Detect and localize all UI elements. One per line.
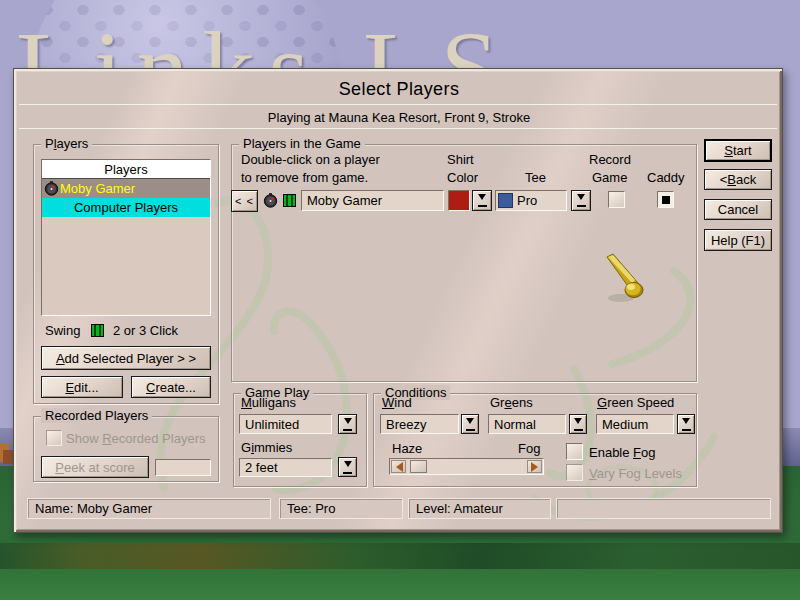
enable-fog-label: Enable Fog xyxy=(589,445,656,460)
green-speed-label: Green Speed xyxy=(597,395,674,410)
status-tee: Tee: Pro xyxy=(279,498,403,519)
swing-label: Swing xyxy=(45,323,80,338)
swing-type-icon xyxy=(91,324,104,337)
show-recorded-players-checkbox[interactable] xyxy=(46,430,62,446)
fog-label: Fog xyxy=(518,441,540,456)
gimmies-label: Gimmies xyxy=(241,440,292,455)
players-list-header: Players xyxy=(42,160,210,179)
col-caddy-header: Caddy xyxy=(647,170,685,185)
green-speed-dropdown-button[interactable] xyxy=(677,414,695,434)
col-shirt-header: Shirt xyxy=(447,152,474,167)
dialog-title: Select Players xyxy=(14,79,784,100)
add-selected-player-button[interactable]: Add Selected Player > > xyxy=(41,346,211,370)
stopwatch-icon xyxy=(44,181,60,196)
gimmies-dropdown-button[interactable] xyxy=(338,457,357,477)
screen: Links LS Select Players Playing at Mauna… xyxy=(0,0,800,600)
players-in-game-group-label: Players in the Game xyxy=(239,136,365,151)
enable-fog-checkbox[interactable] xyxy=(566,443,583,460)
down-arrow-bar xyxy=(478,205,487,207)
show-recorded-players-label: Show Recorded Players xyxy=(66,431,205,446)
down-arrow-icon xyxy=(344,418,352,428)
status-extra xyxy=(556,498,771,519)
divider xyxy=(19,104,777,105)
shirt-color-dropdown-button[interactable] xyxy=(472,190,492,211)
mulligans-label: Mulligans xyxy=(241,395,296,410)
col-tee-header: Tee xyxy=(525,170,546,185)
col-record-header: Record xyxy=(589,152,631,167)
tee-field[interactable]: Pro xyxy=(495,190,567,211)
wind-label: Wind xyxy=(382,395,412,410)
mulligans-dropdown[interactable]: Unlimited xyxy=(239,414,332,434)
stopwatch-icon xyxy=(263,193,278,211)
greens-label: Greens xyxy=(490,395,533,410)
tee-dropdown-button[interactable] xyxy=(571,190,591,211)
player-name: Computer Players xyxy=(74,200,178,215)
background-rough-band xyxy=(0,543,800,569)
haze-label: Haze xyxy=(392,441,422,456)
tee-color-swatch xyxy=(498,193,513,208)
select-players-dialog: Select Players Playing at Mauna Kea Reso… xyxy=(13,68,783,533)
player-name: Moby Gamer xyxy=(60,181,135,196)
player-row-human[interactable]: Moby Gamer xyxy=(42,179,210,198)
green-speed-dropdown[interactable]: Medium xyxy=(596,414,674,434)
down-arrow-icon xyxy=(466,418,474,428)
shirt-color-swatch[interactable] xyxy=(448,190,470,211)
slider-thumb[interactable] xyxy=(410,460,427,473)
down-arrow-bar xyxy=(343,472,352,474)
start-button[interactable]: Start xyxy=(704,139,772,162)
status-level: Level: Amateur xyxy=(408,498,551,519)
background-fairway xyxy=(0,569,800,600)
slider-left-arrow[interactable] xyxy=(391,460,406,473)
down-arrow-icon xyxy=(344,461,352,471)
right-arrow-icon xyxy=(531,462,543,472)
down-arrow-icon xyxy=(478,194,486,204)
vary-fog-levels-label: Vary Fog Levels xyxy=(589,466,682,481)
instruction-line2: to remove from game. xyxy=(241,170,368,185)
greens-dropdown-button[interactable] xyxy=(569,414,587,434)
divider xyxy=(19,128,777,129)
recorded-players-group-label: Recorded Players xyxy=(41,408,152,423)
cancel-button[interactable]: Cancel xyxy=(704,199,772,220)
down-arrow-bar xyxy=(682,429,691,431)
slider-right-arrow[interactable] xyxy=(527,460,542,473)
dialog-subtitle: Playing at Mauna Kea Resort, Front 9, St… xyxy=(14,110,784,125)
down-arrow-bar xyxy=(574,429,583,431)
down-arrow-icon xyxy=(577,194,585,204)
swing-type-icon xyxy=(283,194,296,207)
greens-dropdown[interactable]: Normal xyxy=(488,414,566,434)
col-game-header: Game xyxy=(592,170,627,185)
left-arrow-icon xyxy=(391,462,403,472)
caddy-checkbox[interactable] xyxy=(657,191,674,208)
players-group-label: Players xyxy=(41,136,92,151)
mulligans-dropdown-button[interactable] xyxy=(338,414,357,434)
record-game-checkbox[interactable] xyxy=(608,191,625,208)
status-name: Name: Moby Gamer xyxy=(27,498,271,519)
down-arrow-bar xyxy=(466,429,475,431)
back-button[interactable]: < Back xyxy=(704,169,772,190)
vary-fog-levels-checkbox[interactable] xyxy=(566,464,583,481)
wind-dropdown-button[interactable] xyxy=(461,414,479,434)
down-arrow-bar xyxy=(577,205,586,207)
tee-value: Pro xyxy=(517,193,537,208)
col-color-header: Color xyxy=(447,170,478,185)
golf-tee-cursor xyxy=(601,253,649,306)
down-arrow-icon xyxy=(682,418,690,428)
players-list[interactable]: Players Moby Gamer Computer Players xyxy=(41,159,211,316)
edit-button[interactable]: Edit... xyxy=(41,376,123,398)
haze-fog-slider[interactable] xyxy=(389,458,544,475)
peek-at-score-button[interactable]: Peek at score xyxy=(41,456,149,478)
instruction-line1: Double-click on a player xyxy=(241,152,380,167)
player-row-computer[interactable]: Computer Players xyxy=(42,198,210,217)
wind-dropdown[interactable]: Breezy xyxy=(380,414,459,434)
player-name-field[interactable]: Moby Gamer xyxy=(301,190,444,211)
down-arrow-icon xyxy=(574,418,582,428)
help-button[interactable]: Help (F1) xyxy=(704,229,772,251)
create-button[interactable]: Create... xyxy=(131,376,211,398)
swing-value: 2 or 3 Click xyxy=(113,323,178,338)
peek-score-field xyxy=(155,459,211,476)
down-arrow-bar xyxy=(343,429,352,431)
remove-player-button[interactable]: < < xyxy=(231,190,258,212)
gimmies-dropdown[interactable]: 2 feet xyxy=(239,458,332,477)
